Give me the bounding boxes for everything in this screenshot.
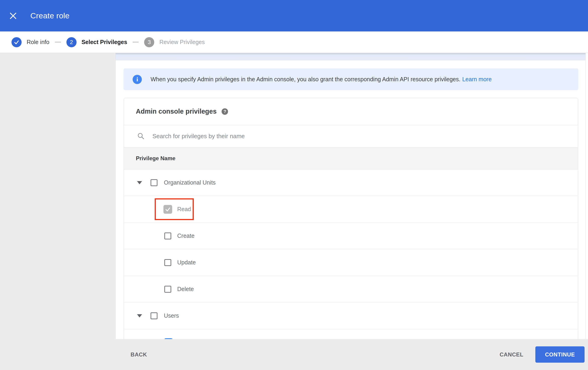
table-row: Update bbox=[124, 249, 578, 276]
dialog-header: Create role bbox=[0, 0, 588, 31]
stepper: Role info 2 Select Privileges 3 Review P… bbox=[0, 31, 588, 53]
privilege-table: Organizational Units ReadCreateUpdateDel… bbox=[124, 170, 578, 339]
privilege-label: Organizational Units bbox=[164, 179, 216, 186]
continue-button[interactable]: CONTINUE bbox=[535, 346, 585, 363]
page-title: Create role bbox=[30, 11, 69, 20]
scroll-shadow-strip bbox=[116, 53, 586, 60]
search-input[interactable] bbox=[152, 133, 497, 140]
privileges-card: Admin console privileges ? Privilege Nam… bbox=[124, 98, 578, 339]
footer-bar: BACK CANCEL CONTINUE bbox=[0, 339, 588, 370]
table-row: Read bbox=[124, 196, 578, 223]
learn-more-link[interactable]: Learn more bbox=[462, 76, 492, 82]
left-spacer-panel bbox=[0, 53, 116, 339]
step-label: Review Privileges bbox=[159, 39, 205, 45]
step-complete-check-icon bbox=[11, 37, 21, 47]
table-row: Delete bbox=[124, 276, 578, 302]
table-row: Users bbox=[124, 302, 578, 329]
banner-text: When you specify Admin privileges in the… bbox=[151, 76, 461, 82]
step-role-info[interactable]: Role info bbox=[11, 37, 49, 47]
table-header: Privilege Name bbox=[124, 147, 578, 170]
step-divider bbox=[55, 42, 61, 42]
back-button[interactable]: BACK bbox=[131, 351, 147, 358]
scrollbar-gutter[interactable] bbox=[586, 53, 588, 339]
close-icon[interactable] bbox=[5, 8, 21, 24]
privilege-label: Update bbox=[177, 259, 196, 266]
table-row: Read bbox=[124, 329, 578, 339]
step-number-badge: 3 bbox=[144, 37, 154, 47]
checkbox-unchecked[interactable] bbox=[164, 259, 171, 266]
checkbox-checked-disabled[interactable] bbox=[163, 205, 172, 214]
step-divider bbox=[133, 42, 139, 42]
cancel-button[interactable]: CANCEL bbox=[500, 351, 523, 358]
column-header-privilege-name: Privilege Name bbox=[136, 155, 175, 162]
privilege-label: Read bbox=[177, 206, 191, 212]
privilege-label: Users bbox=[164, 312, 179, 319]
step-label: Role info bbox=[27, 39, 49, 45]
table-row: Create bbox=[124, 223, 578, 249]
chevron-down-icon[interactable] bbox=[137, 181, 142, 184]
card-title: Admin console privileges bbox=[136, 108, 217, 115]
scroll-content[interactable]: i When you specify Admin privileges in t… bbox=[116, 53, 586, 339]
search-icon bbox=[137, 132, 145, 140]
info-banner: i When you specify Admin privileges in t… bbox=[124, 68, 578, 90]
info-icon: i bbox=[133, 75, 142, 84]
step-label: Select Privileges bbox=[82, 39, 127, 45]
search-bar[interactable] bbox=[124, 125, 578, 147]
checkbox-unchecked[interactable] bbox=[164, 286, 171, 293]
table-row: Organizational Units bbox=[124, 170, 578, 196]
help-icon[interactable]: ? bbox=[221, 108, 228, 115]
checkbox-unchecked[interactable] bbox=[151, 179, 158, 186]
privilege-label: Create bbox=[177, 232, 194, 239]
chevron-down-icon[interactable] bbox=[137, 314, 142, 317]
step-select-privileges[interactable]: 2 Select Privileges bbox=[66, 37, 127, 47]
step-review-privileges[interactable]: 3 Review Privileges bbox=[144, 37, 205, 47]
checkbox-unchecked[interactable] bbox=[164, 232, 171, 240]
step-number-badge: 2 bbox=[66, 37, 76, 47]
privilege-label: Delete bbox=[177, 286, 194, 292]
checkbox-unchecked[interactable] bbox=[151, 312, 158, 319]
